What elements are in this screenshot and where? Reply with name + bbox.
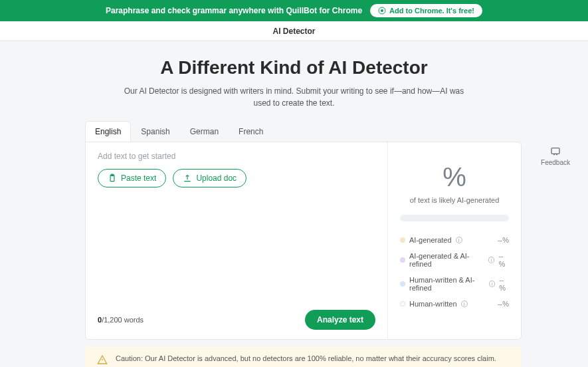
result-percent: % [442, 162, 466, 192]
caution-banner: Caution: Our AI Detector is advanced, bu… [85, 346, 522, 367]
result-progress-bar [400, 215, 509, 221]
paste-text-button[interactable]: Paste text [98, 169, 166, 187]
clipboard-icon [108, 174, 117, 183]
editor-footer: 0/1,200 words Analyze text [98, 310, 375, 330]
info-icon[interactable]: i [456, 237, 462, 243]
legend-row-ai-refined: AI-generated & AI-refined i --% [400, 252, 509, 268]
feedback-button[interactable]: Feedback [541, 146, 570, 166]
tab-english[interactable]: English [85, 121, 131, 142]
caution-text: Caution: Our AI Detector is advanced, bu… [116, 353, 510, 367]
promo-banner: Paraphrase and check grammar anywhere wi… [0, 0, 588, 21]
chrome-icon [378, 7, 386, 15]
word-count-max: 1,200 words [104, 316, 144, 324]
page-subheader: AI Detector [0, 21, 588, 41]
legend-pct: --% [498, 300, 509, 308]
legend-dot [400, 237, 405, 243]
result-caption: of text is likely AI-generated [410, 196, 500, 204]
tab-spanish[interactable]: Spanish [131, 121, 179, 142]
legend-label: Human-written & AI-refined [409, 276, 485, 292]
legend-dot [400, 257, 405, 263]
legend-row-human-ai-refined: Human-written & AI-refined i --% [400, 276, 509, 292]
legend-row-ai-generated: AI-generated i --% [400, 236, 509, 244]
detector-card: Add text to get started Paste text Uploa… [85, 142, 522, 340]
legend-label: AI-generated [409, 236, 452, 244]
upload-icon [183, 174, 192, 183]
result-legend: AI-generated i --% AI-generated & AI-ref… [400, 236, 509, 308]
legend-row-human-written: Human-written i --% [400, 300, 509, 308]
upload-doc-button[interactable]: Upload doc [173, 169, 246, 187]
editor-panel: Add text to get started Paste text Uploa… [86, 142, 388, 339]
legend-pct: --% [498, 236, 509, 244]
svg-point-1 [381, 9, 383, 12]
legend-pct: --% [499, 276, 509, 292]
page-title: A Different Kind of AI Detector [0, 57, 588, 78]
legend-pct: --% [498, 252, 509, 268]
legend-label: AI-generated & AI-refined [409, 252, 484, 268]
language-tabs: English Spanish German French [85, 121, 588, 142]
page-subtitle: Our AI Detector is designed with writers… [122, 85, 467, 109]
tab-french[interactable]: French [229, 121, 273, 142]
info-icon[interactable]: i [488, 257, 494, 263]
legend-label: Human-written [409, 300, 457, 308]
subheader-title: AI Detector [272, 27, 315, 36]
legend-dot [400, 281, 405, 287]
promo-text: Paraphrase and check grammar anywhere wi… [106, 6, 362, 15]
feedback-label: Feedback [541, 159, 570, 166]
editor-placeholder[interactable]: Add text to get started [98, 152, 375, 161]
results-panel: % of text is likely AI-generated AI-gene… [388, 142, 521, 339]
editor-action-row: Paste text Upload doc [98, 169, 375, 187]
add-to-chrome-label: Add to Chrome. It's free! [389, 7, 474, 15]
tab-german[interactable]: German [180, 121, 229, 142]
feedback-icon [550, 146, 561, 157]
warning-icon [97, 354, 108, 365]
word-count: 0/1,200 words [98, 316, 144, 324]
paste-text-label: Paste text [121, 174, 156, 183]
legend-dot [400, 301, 405, 306]
analyze-button[interactable]: Analyze text [305, 310, 375, 330]
info-icon[interactable]: i [461, 301, 468, 307]
info-icon[interactable]: i [489, 281, 495, 287]
upload-doc-label: Upload doc [196, 174, 237, 183]
add-to-chrome-button[interactable]: Add to Chrome. It's free! [370, 4, 482, 17]
svg-rect-4 [551, 148, 559, 154]
